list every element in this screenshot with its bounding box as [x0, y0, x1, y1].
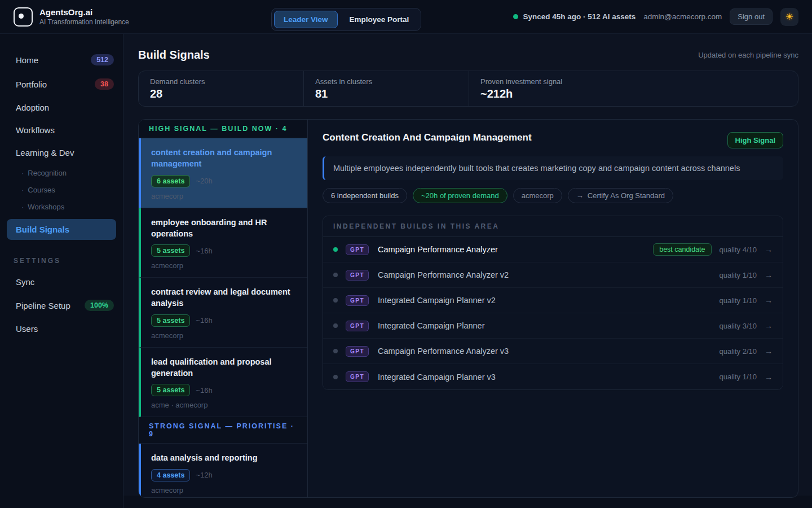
- build-row[interactable]: GPTIntegrated Campaign Plannerquality 3/…: [323, 313, 783, 339]
- org-label: acmecorp: [151, 192, 297, 200]
- sidebar-item-portfolio[interactable]: Portfolio38: [0, 73, 123, 95]
- chip-certify-as-org-standard[interactable]: →Certify As Org Standard: [568, 188, 673, 203]
- build-row-right: best candidatequality 4/10→: [653, 243, 773, 256]
- signal-title: contract review and legal document analy…: [151, 286, 297, 309]
- sign-out-button[interactable]: Sign out: [730, 8, 773, 25]
- sidebar-item-label: Sync: [16, 277, 34, 287]
- org-label: acmecorp: [151, 261, 297, 270]
- sidebar-item-label: Users: [16, 324, 38, 334]
- org-label: acmecorp: [151, 331, 297, 340]
- sidebar-item-sync[interactable]: Sync: [0, 272, 123, 292]
- assets-badge: 4 assets: [151, 469, 190, 481]
- chip-label: 6 independent builds: [331, 191, 399, 200]
- arrow-right-icon: →: [576, 191, 584, 200]
- build-row[interactable]: GPTCampaign Performance Analyzerbest can…: [323, 237, 783, 262]
- org-label: acmecorp: [151, 486, 297, 494]
- hours-label: ~12h: [196, 471, 212, 479]
- sidebar-item-label: Recognition: [28, 169, 67, 177]
- detail-quote: Multiple employees independently built t…: [323, 156, 783, 180]
- sidebar-item-build-signals[interactable]: Build Signals: [7, 219, 116, 240]
- sidebar-item-home[interactable]: Home512: [0, 49, 123, 71]
- sidebar-item-adoption[interactable]: Adoption: [0, 98, 123, 117]
- sidebar-item-badge: 100%: [85, 300, 114, 311]
- status-dot-icon: [333, 323, 338, 328]
- sub-bullet-icon: ·: [21, 169, 24, 177]
- build-row-right: quality 3/10→: [720, 321, 773, 330]
- sidebar-item-label: Courses: [28, 186, 55, 194]
- stat-label: Proven investment signal: [480, 77, 787, 86]
- hours-label: ~16h: [196, 386, 212, 395]
- sidebar: Home512Portfolio38AdoptionWorkflowsLearn…: [0, 34, 123, 508]
- stat-demand-clusters: Demand clusters28: [139, 71, 303, 106]
- view-toggle-leader-view[interactable]: Leader View: [274, 11, 338, 28]
- builds-list: GPTCampaign Performance Analyzerbest can…: [323, 237, 783, 389]
- builds-panel: INDEPENDENT BUILDS IN THIS AREA GPTCampa…: [323, 216, 783, 390]
- arrow-right-icon[interactable]: →: [765, 373, 773, 382]
- sidebar-item-label: Workshops: [28, 203, 64, 211]
- build-name: Integrated Campaign Planner: [378, 321, 719, 330]
- signal-meta: 5 assets~16h: [151, 314, 297, 327]
- sidebar-item-label: Workflows: [16, 125, 55, 135]
- signal-title: content creation and campaign management: [151, 147, 297, 170]
- main-content: Build Signals Updated on each pipeline s…: [123, 34, 812, 496]
- update-note: Updated on each pipeline sync: [698, 51, 798, 59]
- brand-text: AgentsOrg.ai AI Transformation Intellige…: [39, 7, 129, 26]
- stats-card: Demand clusters28Assets in clusters81Pro…: [138, 71, 798, 107]
- gpt-tag: GPT: [346, 295, 369, 306]
- build-row-right: quality 1/10→: [720, 270, 773, 279]
- sync-status: Synced 45h ago · 512 AI assets: [513, 12, 636, 21]
- signal-list-item[interactable]: content creation and campaign management…: [139, 138, 307, 208]
- sidebar-item-label: Adoption: [16, 103, 49, 112]
- quality-label: quality 1/10: [720, 373, 757, 381]
- sidebar-item-learning-dev[interactable]: Learning & Dev: [0, 143, 123, 163]
- arrow-right-icon[interactable]: →: [765, 296, 773, 305]
- sidebar-item-workshops[interactable]: ·Workshops: [0, 199, 123, 214]
- gpt-tag: GPT: [346, 270, 369, 281]
- signal-list-item[interactable]: contract review and legal document analy…: [139, 278, 307, 348]
- assets-badge: 5 assets: [151, 384, 190, 396]
- app-subtitle: AI Transformation Intelligence: [39, 18, 129, 26]
- detail-title: Content Creation And Campaign Management: [323, 132, 532, 143]
- sidebar-item-workflows[interactable]: Workflows: [0, 120, 123, 140]
- build-row[interactable]: GPTIntegrated Campaign Planner v3quality…: [323, 364, 783, 389]
- chip-label: Certify As Org Standard: [588, 191, 665, 200]
- chip-20h-of-proven-demand: ~20h of proven demand: [413, 188, 508, 203]
- build-row-right: quality 1/10→: [720, 296, 773, 305]
- arrow-right-icon[interactable]: →: [765, 270, 773, 279]
- sidebar-item-label: Learning & Dev: [16, 148, 74, 157]
- build-name: Integrated Campaign Planner v2: [378, 296, 719, 305]
- sidebar-item-users[interactable]: Users: [0, 319, 123, 339]
- build-row[interactable]: GPTCampaign Performance Analyzer v2quali…: [323, 262, 783, 288]
- build-row[interactable]: GPTCampaign Performance Analyzer v3quali…: [323, 339, 783, 364]
- signal-list-item[interactable]: employee onboarding and HR operations5 a…: [139, 208, 307, 278]
- hours-label: ~16h: [196, 247, 212, 255]
- signal-list-item[interactable]: data analysis and reporting4 assets~12ha…: [139, 444, 307, 497]
- view-toggle-employee-portal[interactable]: Employee Portal: [340, 11, 419, 28]
- arrow-right-icon[interactable]: →: [765, 245, 773, 254]
- theme-toggle-button[interactable]: ☀: [780, 8, 798, 26]
- sidebar-item-courses[interactable]: ·Courses: [0, 182, 123, 198]
- view-toggle: Leader ViewEmployee Portal: [271, 8, 421, 31]
- signal-list-item[interactable]: lead qualification and proposal generati…: [139, 348, 307, 418]
- signal-meta: 4 assets~12h: [151, 469, 297, 481]
- signal-meta: 6 assets~20h: [151, 175, 297, 187]
- stat-label: Demand clusters: [150, 77, 292, 86]
- sidebar-item-pipeline-setup[interactable]: Pipeline Setup100%: [0, 295, 123, 316]
- arrow-right-icon[interactable]: →: [765, 321, 773, 330]
- stat-label: Assets in clusters: [315, 77, 457, 86]
- brand: AgentsOrg.ai AI Transformation Intellige…: [14, 7, 129, 27]
- build-row[interactable]: GPTIntegrated Campaign Planner v2quality…: [323, 288, 783, 313]
- quality-label: quality 4/10: [720, 246, 757, 254]
- sidebar-item-badge: 512: [91, 54, 114, 65]
- signal-title: employee onboarding and HR operations: [151, 217, 297, 240]
- quality-label: quality 2/10: [720, 347, 757, 356]
- signal-title: data analysis and reporting: [151, 452, 297, 463]
- hours-label: ~20h: [196, 177, 212, 185]
- sun-icon: ☀: [785, 11, 793, 22]
- sidebar-settings-nav: SyncPipeline Setup100%Users: [0, 272, 123, 339]
- build-name: Campaign Performance Analyzer v2: [378, 270, 719, 279]
- arrow-right-icon[interactable]: →: [765, 347, 773, 356]
- signal-meta: 5 assets~16h: [151, 384, 297, 396]
- sidebar-item-recognition[interactable]: ·Recognition: [0, 165, 123, 181]
- signal-meta: 5 assets~16h: [151, 244, 297, 257]
